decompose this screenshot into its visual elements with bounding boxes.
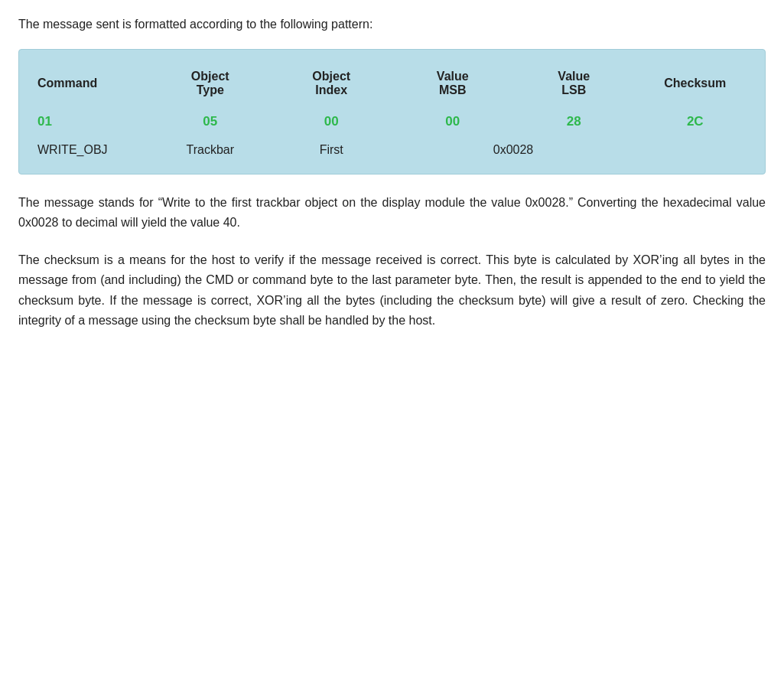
label-checksum (635, 135, 756, 161)
hex-value-msb: 00 (392, 108, 514, 135)
header-checksum: Checksum (635, 62, 756, 108)
label-object-index: First (271, 135, 392, 161)
hex-value-row: 01 05 00 00 28 2C (28, 108, 756, 135)
message-table: Command ObjectType ObjectIndex ValueMSB … (28, 62, 756, 161)
label-row: WRITE_OBJ Trackbar First 0x0028 (28, 135, 756, 161)
label-value: 0x0028 (392, 135, 635, 161)
header-command: Command (28, 62, 150, 108)
hex-command: 01 (28, 108, 150, 135)
hex-value-lsb: 28 (513, 108, 635, 135)
paragraph2-block: The checksum is a means for the host to … (18, 250, 766, 331)
table-header-row: Command ObjectType ObjectIndex ValueMSB … (28, 62, 756, 108)
label-command: WRITE_OBJ (28, 135, 150, 161)
paragraph1: The message stands for “Write to the fir… (18, 193, 766, 233)
paragraph1-block: The message stands for “Write to the fir… (18, 193, 766, 233)
paragraph2: The checksum is a means for the host to … (18, 250, 766, 331)
label-object-type: Trackbar (150, 135, 272, 161)
header-object-index: ObjectIndex (271, 62, 392, 108)
header-value-msb: ValueMSB (392, 62, 514, 108)
header-object-type: ObjectType (150, 62, 272, 108)
hex-object-type: 05 (150, 108, 272, 135)
hex-object-index: 00 (271, 108, 392, 135)
header-value-lsb: ValueLSB (513, 62, 635, 108)
intro-paragraph: The message sent is formatted according … (18, 15, 766, 34)
message-table-container: Command ObjectType ObjectIndex ValueMSB … (18, 49, 766, 174)
hex-checksum: 2C (635, 108, 756, 135)
